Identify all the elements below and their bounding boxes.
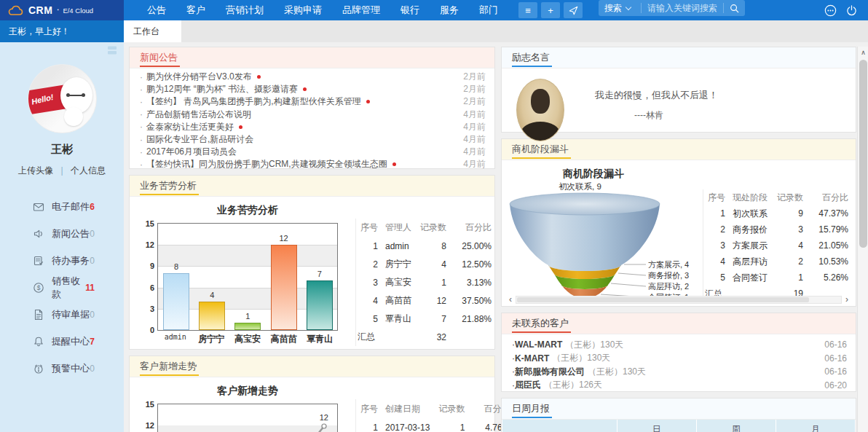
sidebar-item-count: 0: [90, 229, 95, 239]
panel-uncontacted-title: 未联系的客户: [512, 313, 571, 333]
vscroll-thumb[interactable]: [859, 60, 867, 248]
crm-dashboard: CRM ・ E/4 Cloud 公告客户营销计划采购申请品牌管理银行服务部门 ≡…: [0, 0, 868, 432]
collapse-sidebar-icon[interactable]: [107, 45, 117, 55]
reports-column-header: 月: [776, 420, 855, 432]
nav-item[interactable]: 服务: [430, 0, 469, 20]
content-area: 新闻公告 ·鹏为伙伴分销平台V3.0发布2月前·鹏为12周年 “鹏为杯” 书法、…: [124, 42, 868, 432]
add-button[interactable]: +: [541, 2, 560, 18]
sidebar-item-alarm[interactable]: 预警中心0: [0, 355, 124, 382]
alarm-icon: [33, 363, 44, 374]
news-item[interactable]: ·产品创新销售活动公布说明4月前: [140, 109, 486, 121]
table-footer: 汇总32: [358, 328, 492, 346]
search-scope-dropdown[interactable]: 搜索: [604, 2, 622, 15]
customer-name: 新郎服饰有限公司: [515, 366, 585, 378]
news-item[interactable]: ·【签约】 青岛风鸟集团携手鹏为,构建新型伙伴关系管理2月前: [140, 95, 486, 108]
nav-item[interactable]: 部门: [469, 0, 508, 20]
sidebar-item-count: 7: [90, 337, 95, 347]
panel-uncontacted: 未联系的客户 ·WAL-MART（王彬）130天06-16·K-MART（王彬）…: [501, 313, 856, 392]
mail-icon: [33, 201, 44, 213]
reports-column-header: 日: [618, 420, 696, 432]
sidebar-item-todo[interactable]: 待办事务0: [0, 247, 124, 274]
nav-item[interactable]: 客户: [176, 0, 216, 20]
nav-item[interactable]: 银行: [390, 0, 430, 20]
table-row: 1admin825.00%: [358, 237, 492, 255]
news-item[interactable]: ·国际化专业平台,新品研讨会4月前: [140, 133, 486, 146]
bar-value-label: 8: [162, 262, 190, 271]
bar-admin: [163, 273, 189, 330]
app-logo[interactable]: CRM ・ E/4 Cloud: [0, 0, 124, 20]
brand-name: CRM: [28, 4, 52, 16]
panel-quote-title: 励志名言: [512, 47, 552, 67]
panel-quote: 励志名言 我走的很慢，但我从不后退！ ----林肯: [501, 47, 856, 133]
uncontacted-list: ·WAL-MART（王彬）130天06-16·K-MART（王彬）130天06-…: [502, 334, 856, 392]
more-options-icon[interactable]: [824, 4, 837, 17]
panel-trend: 客户新增走势 客户新增走势 12 03691215: [129, 356, 495, 432]
power-icon[interactable]: [845, 4, 858, 17]
funnel-table: 序号现处阶段记录数百分比1初次联系947.37%2商务报价315.79%3方案展…: [703, 189, 848, 302]
customer-meta: （王彬）130天: [565, 339, 623, 351]
news-item-date: 4月前: [456, 146, 486, 158]
trend-chart-title: 客户新增走势: [157, 385, 338, 398]
customer-item[interactable]: ·K-MART（王彬）130天06-16: [512, 352, 847, 366]
profile-link[interactable]: 个人信息: [71, 165, 106, 176]
news-item[interactable]: ·【签约快讯】同为股份携手鹏为CRM,共建视频安全领域生态圈4月前: [140, 158, 486, 170]
funnel-top-label: 初次联系, 9: [559, 182, 601, 191]
search-icon[interactable]: [730, 4, 739, 13]
news-item-date: 2月前: [456, 83, 486, 95]
hscroll-thumb[interactable]: [517, 297, 809, 302]
new-flag-icon: [366, 100, 370, 103]
customer-item[interactable]: ·新郎服饰有限公司（王彬）130天06-16: [512, 365, 847, 379]
customer-meta: （王彬）130天: [552, 352, 610, 364]
menu-button[interactable]: ≡: [518, 2, 537, 18]
sidebar-item-dollar[interactable]: $销售收款11: [0, 274, 124, 301]
sidebar-item-mail[interactable]: 电子邮件6: [0, 193, 124, 220]
reports-header-row: 日周月: [502, 420, 855, 432]
todo-icon: [33, 255, 44, 267]
funnel-label-stage: 高层拜访, 2: [648, 282, 689, 291]
brand-edition: E/4 Cloud: [63, 7, 93, 15]
divider: [641, 3, 642, 13]
sidebar-item-document[interactable]: 待审单据0: [0, 301, 124, 328]
scroll-right-icon[interactable]: ›: [842, 295, 852, 305]
panel-reports: 日周月报 日周月: [501, 398, 856, 432]
search-input[interactable]: 请输入关键词搜索: [647, 2, 717, 15]
speaker-icon: [33, 228, 44, 240]
quote-author: ----林肯: [634, 109, 718, 122]
trend-line-chart: 客户新增走势 12 03691215: [130, 377, 345, 432]
customer-date: 06-16: [824, 339, 847, 350]
new-flag-icon: [303, 87, 307, 91]
topbar-actions: ≡ +: [518, 0, 583, 20]
sidebar-item-bell[interactable]: 提醒中心7: [0, 328, 124, 355]
navigate-button[interactable]: [564, 2, 583, 18]
scroll-up-icon[interactable]: ∧: [858, 47, 868, 58]
sidebar-item-speaker[interactable]: 新闻公告0: [0, 220, 124, 247]
table-row: 1初次联系947.37%: [705, 205, 848, 221]
top-navbar: CRM ・ E/4 Cloud 公告客户营销计划采购申请品牌管理银行服务部门 ≡…: [0, 0, 868, 20]
nav-item[interactable]: 营销计划: [216, 0, 274, 20]
bullet-icon: ·: [140, 97, 143, 107]
bar-value-label: 7: [306, 270, 334, 278]
nav-item[interactable]: 品牌管理: [332, 0, 390, 20]
brand-separator: ・: [54, 5, 61, 15]
news-item[interactable]: ·鹏为伙伴分销平台V3.0发布2月前: [140, 71, 486, 83]
upload-avatar-link[interactable]: 上传头像: [18, 165, 53, 176]
panel-funnel-header: 商机阶段漏斗: [502, 139, 856, 160]
search-bar[interactable]: 搜索 请输入关键词搜索: [599, 0, 745, 16]
tab-workbench[interactable]: 工作台: [124, 20, 181, 42]
news-item[interactable]: ·鹏为12周年 “鹏为杯” 书法、摄影邀请赛2月前: [140, 83, 486, 95]
table-row: 12017-03-1314.76%: [358, 418, 510, 432]
customer-item[interactable]: ·屈臣氏（王彬）126天06-20: [512, 379, 847, 393]
avatar[interactable]: Hello!: [28, 64, 97, 133]
news-item[interactable]: ·2017年06月项目动员会4月前: [140, 146, 486, 158]
tab-bar: 工作台: [124, 20, 868, 42]
sidebar-item-count: 6: [90, 202, 95, 212]
scroll-left-icon[interactable]: ‹: [505, 295, 516, 305]
news-item[interactable]: ·金泰家纺让生活更美好4月前: [140, 121, 486, 133]
customer-item[interactable]: ·WAL-MART（王彬）130天06-16: [512, 338, 847, 352]
sidebar-item-count: 0: [90, 364, 95, 374]
new-flag-icon: [392, 162, 396, 166]
reports-column-header: [502, 420, 617, 432]
sidebar-item-label: 提醒中心: [52, 335, 90, 348]
nav-item[interactable]: 公告: [137, 0, 176, 20]
nav-item[interactable]: 采购申请: [274, 0, 332, 20]
